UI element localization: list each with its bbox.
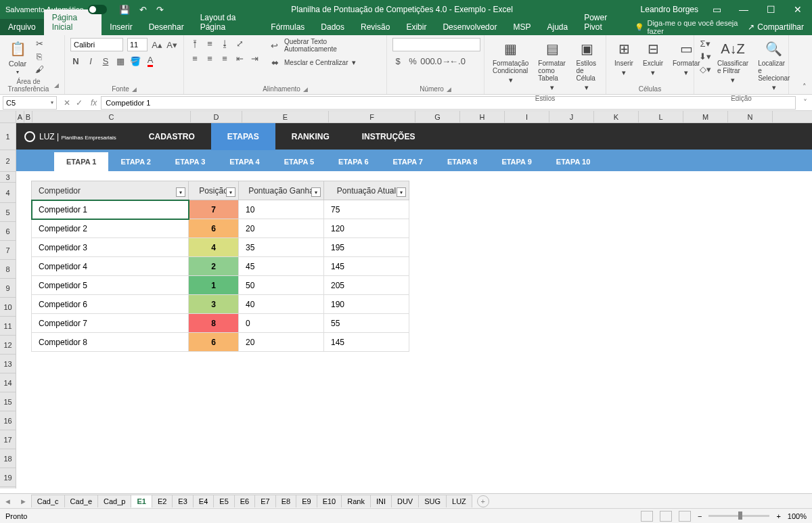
etapa-tab[interactable]: ETAPA 3: [163, 152, 217, 171]
zoom-in-icon[interactable]: +: [776, 512, 780, 520]
zoom-level[interactable]: 100%: [788, 512, 807, 520]
etapa-tab[interactable]: ETAPA 2: [108, 152, 162, 171]
column-header[interactable]: M: [683, 111, 728, 122]
border-icon[interactable]: ▦: [115, 55, 126, 66]
align-right-icon[interactable]: ≡: [219, 53, 230, 64]
cell-ganha[interactable]: 0: [239, 314, 324, 333]
sheet-tab[interactable]: E1: [131, 495, 152, 507]
cell-competidor[interactable]: Competidor 6: [32, 295, 189, 314]
cell-ganha[interactable]: 20: [239, 333, 324, 352]
cell-atual[interactable]: 195: [324, 238, 409, 257]
clear-icon[interactable]: ◇▾: [700, 64, 710, 74]
cell-posicao[interactable]: 6: [189, 333, 239, 352]
collapse-ribbon-icon[interactable]: ˄: [797, 80, 812, 94]
align-left-icon[interactable]: ≡: [189, 53, 200, 64]
tell-me-search[interactable]: 💡 Diga-me o que você deseja fazer: [635, 19, 740, 35]
cell-posicao[interactable]: 8: [189, 314, 239, 333]
font-size-input[interactable]: [127, 38, 148, 51]
etapa-tab[interactable]: ETAPA 4: [217, 152, 271, 171]
column-header[interactable]: H: [460, 111, 505, 122]
align-center-icon[interactable]: ≡: [204, 53, 215, 64]
align-top-icon[interactable]: ⭱: [189, 38, 200, 49]
normal-view-icon[interactable]: [641, 511, 653, 522]
italic-icon[interactable]: I: [85, 55, 96, 66]
sheet-tab[interactable]: Cad_c: [31, 495, 65, 507]
number-expander[interactable]: ◢: [447, 86, 451, 93]
cell-ganha[interactable]: 20: [239, 219, 324, 238]
font-color-icon[interactable]: A: [145, 55, 156, 66]
column-header[interactable]: A: [16, 111, 24, 122]
etapa-tab[interactable]: ETAPA 5: [272, 152, 326, 171]
formula-bar[interactable]: Competidor 1: [101, 96, 796, 110]
page-layout-view-icon[interactable]: [660, 511, 672, 522]
cell-competidor[interactable]: Competidor 7: [32, 314, 189, 333]
row-header[interactable]: 9: [0, 279, 16, 298]
cell-posicao[interactable]: 3: [189, 295, 239, 314]
row-header[interactable]: 1: [0, 123, 16, 150]
cell-ganha[interactable]: 40: [239, 295, 324, 314]
cell-atual[interactable]: 205: [324, 276, 409, 295]
nav-ranking[interactable]: RANKING: [275, 123, 346, 150]
cell-competidor[interactable]: Competidor 3: [32, 238, 189, 257]
minimize-icon[interactable]: —: [735, 4, 752, 15]
font-name-input[interactable]: [70, 38, 123, 51]
sheet-nav-prev-icon[interactable]: ◄: [0, 497, 16, 505]
tab-review[interactable]: Revisão: [353, 19, 398, 35]
cell-atual[interactable]: 55: [324, 314, 409, 333]
column-header[interactable]: L: [639, 111, 683, 122]
insert-cells-button[interactable]: ⊞Inserir▾: [612, 38, 636, 78]
tab-insert[interactable]: Inserir: [102, 19, 140, 35]
row-header[interactable]: 14: [0, 373, 16, 392]
delete-cells-button[interactable]: ⊟Excluir▾: [640, 38, 666, 78]
tab-view[interactable]: Exibir: [398, 19, 434, 35]
sheet-tab[interactable]: Rank: [341, 495, 371, 507]
increase-font-icon[interactable]: A▴: [152, 39, 162, 50]
sheet-tab[interactable]: E9: [296, 495, 317, 507]
autosum-icon[interactable]: Σ▾: [700, 38, 710, 49]
clipboard-expander[interactable]: ◢: [54, 82, 59, 89]
copy-icon[interactable]: ⎘: [34, 51, 45, 62]
format-painter-icon[interactable]: 🖌: [34, 64, 45, 74]
row-header[interactable]: 5: [0, 203, 16, 222]
sheet-tab[interactable]: E6: [234, 495, 255, 507]
find-select-button[interactable]: 🔍Localizar e Selecionar▾: [755, 38, 792, 93]
sort-filter-button[interactable]: A↓ZClassificar e Filtrar▾: [715, 38, 751, 86]
etapa-tab[interactable]: ETAPA 8: [435, 152, 489, 171]
column-header[interactable]: C: [32, 111, 191, 122]
sheet-nav-next-icon[interactable]: ►: [16, 497, 31, 505]
tab-powerpivot[interactable]: Power Pivot: [576, 9, 629, 35]
etapa-tab[interactable]: ETAPA 7: [381, 152, 435, 171]
tab-draw[interactable]: Desenhar: [141, 19, 192, 35]
indent-left-icon[interactable]: ⇤: [234, 53, 245, 64]
select-all-button[interactable]: [0, 111, 16, 122]
close-icon[interactable]: ✕: [789, 4, 807, 15]
bold-icon[interactable]: N: [70, 55, 81, 66]
tab-file[interactable]: Arquivo: [0, 19, 44, 35]
etapa-tab[interactable]: ETAPA 10: [544, 152, 603, 171]
sheet-tab[interactable]: LUZ: [446, 495, 472, 507]
sheet-tab[interactable]: E5: [213, 495, 234, 507]
sheet-tab[interactable]: E3: [172, 495, 193, 507]
cell-styles-button[interactable]: ▣Estilos de Célula▾: [574, 38, 600, 93]
cell-ganha[interactable]: 45: [239, 257, 324, 276]
nav-cadastro[interactable]: CADASTRO: [133, 123, 211, 150]
redo-icon[interactable]: ↷: [156, 5, 164, 15]
cell-ganha[interactable]: 35: [239, 238, 324, 257]
filter-posicao-icon[interactable]: ▾: [226, 187, 235, 197]
cell-ganha[interactable]: 50: [239, 276, 324, 295]
expand-formula-bar-icon[interactable]: ˅: [798, 98, 812, 108]
row-header[interactable]: 11: [0, 317, 16, 336]
row-header[interactable]: 10: [0, 298, 16, 317]
font-expander[interactable]: ◢: [132, 86, 137, 93]
nav-instrucoes[interactable]: INSTRUÇÕES: [346, 123, 432, 150]
orientation-icon[interactable]: ⤢: [234, 38, 245, 49]
increase-decimal-icon[interactable]: .0→: [437, 55, 448, 66]
cell-competidor[interactable]: Competidor 4: [32, 257, 189, 276]
fill-icon[interactable]: ⬇▾: [700, 51, 710, 62]
row-header[interactable]: 17: [0, 430, 16, 449]
cell-posicao[interactable]: 2: [189, 257, 239, 276]
tab-developer[interactable]: Desenvolvedor: [434, 19, 505, 35]
align-middle-icon[interactable]: ≡: [204, 38, 215, 49]
cancel-formula-icon[interactable]: ✕: [64, 98, 70, 108]
wrap-text-button[interactable]: ↩Quebrar Texto Automaticamente: [269, 38, 381, 53]
